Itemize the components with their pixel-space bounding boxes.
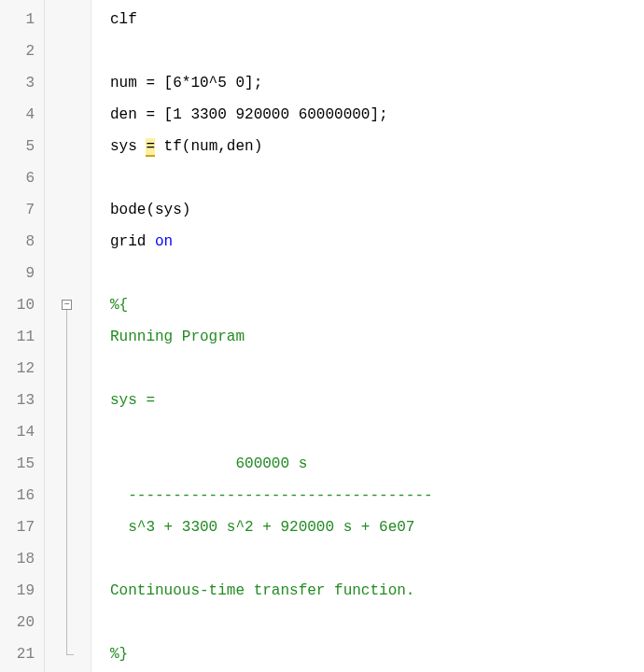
code-token: Continuous-time transfer function. xyxy=(110,582,414,599)
line-number: 9 xyxy=(0,258,44,289)
code-token: num = [6*10^5 0]; xyxy=(110,75,262,91)
code-token: Running Program xyxy=(110,329,245,345)
code-token: tf(num,den) xyxy=(155,138,262,155)
fold-cell xyxy=(45,35,91,67)
line-number: 4 xyxy=(0,99,44,131)
fold-cell: − xyxy=(45,289,91,321)
line-number: 11 xyxy=(0,321,44,353)
code-line[interactable]: 600000 s xyxy=(110,448,644,480)
code-line[interactable] xyxy=(110,353,644,385)
code-line[interactable]: bode(sys) xyxy=(110,194,644,226)
fold-cell xyxy=(45,321,91,353)
line-number: 14 xyxy=(0,416,44,448)
code-token: = xyxy=(146,138,155,157)
line-number: 12 xyxy=(0,353,44,385)
fold-cell xyxy=(45,385,91,416)
code-token: grid xyxy=(110,233,155,250)
code-line[interactable]: %} xyxy=(110,638,644,670)
fold-cell xyxy=(45,162,91,194)
code-line[interactable]: ---------------------------------- xyxy=(110,480,644,511)
code-line[interactable]: den = [1 3300 920000 60000000]; xyxy=(110,99,644,131)
code-line[interactable] xyxy=(110,162,644,194)
code-line[interactable] xyxy=(110,607,644,638)
code-line[interactable]: Continuous-time transfer function. xyxy=(110,575,644,607)
fold-cell xyxy=(45,353,91,385)
line-number: 6 xyxy=(0,162,44,194)
fold-cell xyxy=(45,511,91,543)
fold-cell xyxy=(45,4,91,35)
code-line[interactable]: clf xyxy=(110,4,644,35)
line-number: 7 xyxy=(0,194,44,226)
fold-cell xyxy=(45,99,91,131)
code-token: s^3 + 3300 s^2 + 920000 s + 6e07 xyxy=(110,519,414,536)
fold-cell xyxy=(45,67,91,99)
code-editor[interactable]: 123456789101112131415161718192021 − clfn… xyxy=(0,0,644,672)
code-line[interactable]: sys = tf(num,den) xyxy=(110,131,644,162)
code-token: on xyxy=(155,233,173,250)
code-token: den = [1 3300 920000 60000000]; xyxy=(110,106,388,123)
line-number: 19 xyxy=(0,575,44,607)
code-area[interactable]: clfnum = [6*10^5 0];den = [1 3300 920000… xyxy=(91,0,644,672)
code-token: %} xyxy=(110,646,128,663)
fold-cell xyxy=(45,194,91,226)
line-number: 1 xyxy=(0,4,44,35)
fold-cell xyxy=(45,258,91,289)
code-line[interactable]: num = [6*10^5 0]; xyxy=(110,67,644,99)
fold-cell xyxy=(45,226,91,258)
line-number: 13 xyxy=(0,385,44,416)
code-line[interactable] xyxy=(110,35,644,67)
code-token: %{ xyxy=(110,297,128,314)
line-number: 17 xyxy=(0,511,44,543)
code-token: sys xyxy=(110,138,146,155)
code-token: ---------------------------------- xyxy=(110,487,433,504)
fold-toggle-icon[interactable]: − xyxy=(62,300,72,310)
line-number: 15 xyxy=(0,448,44,480)
fold-column: − xyxy=(45,0,91,672)
line-number: 18 xyxy=(0,543,44,575)
code-line[interactable]: grid on xyxy=(110,226,644,258)
fold-cell xyxy=(45,638,91,670)
line-number: 21 xyxy=(0,638,44,670)
line-number: 2 xyxy=(0,35,44,67)
code-line[interactable] xyxy=(110,258,644,289)
code-line[interactable] xyxy=(110,543,644,575)
fold-cell xyxy=(45,416,91,448)
fold-cell xyxy=(45,480,91,511)
code-token: clf xyxy=(110,11,137,28)
fold-cell xyxy=(45,607,91,638)
code-line[interactable] xyxy=(110,416,644,448)
code-token: sys = xyxy=(110,392,155,409)
code-token: bode(sys) xyxy=(110,202,190,218)
fold-cell xyxy=(45,131,91,162)
line-number: 8 xyxy=(0,226,44,258)
code-token: 600000 s xyxy=(110,455,307,472)
line-number: 16 xyxy=(0,480,44,511)
fold-cell xyxy=(45,448,91,480)
fold-cell xyxy=(45,543,91,575)
line-number-gutter: 123456789101112131415161718192021 xyxy=(0,0,45,672)
code-line[interactable]: sys = xyxy=(110,385,644,416)
line-number: 10 xyxy=(0,289,44,321)
line-number: 3 xyxy=(0,67,44,99)
line-number: 5 xyxy=(0,131,44,162)
code-line[interactable]: Running Program xyxy=(110,321,644,353)
fold-cell xyxy=(45,575,91,607)
code-line[interactable]: %{ xyxy=(110,289,644,321)
line-number: 20 xyxy=(0,607,44,638)
code-line[interactable]: s^3 + 3300 s^2 + 920000 s + 6e07 xyxy=(110,511,644,543)
